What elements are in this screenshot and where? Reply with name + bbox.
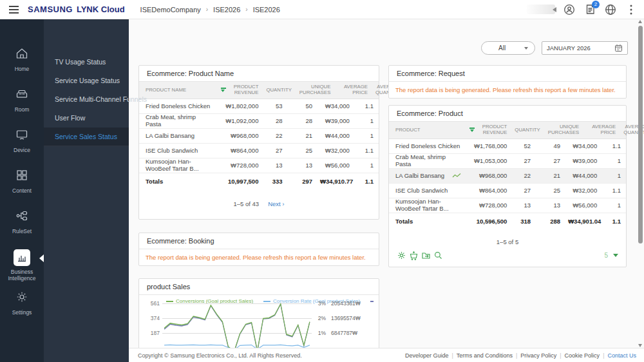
table-cell: LA Galbi Bansang [139,133,218,140]
right-axis-label: 3%20543361₩ [314,300,374,307]
breadcrumb-item[interactable]: ISEDemoCompany [140,6,201,14]
submenu-item-service-multi-channel-funnels[interactable]: Service Multi-Channel Funnels [44,90,129,109]
table-row[interactable]: LA Galbi Bansang₩968,0002221₩44,0001 [389,169,626,184]
totals-row: Totals10,997,500333297₩34,910.771.1 [139,173,379,190]
footer-link[interactable]: Privacy Policy [520,352,556,359]
table-cell: ₩34,901.04 [565,218,606,225]
page-size-select[interactable]: 5 [604,252,618,259]
column-header[interactable]: AVERAGE PRICE [336,84,373,96]
footer-link[interactable]: Contact Us [607,352,636,359]
column-header[interactable]: AVERAGE PRICE [584,124,621,136]
table-cell: 22 [263,133,287,140]
sidebar-item-ruleset[interactable]: RuleSet [0,209,44,249]
cart-add-icon[interactable] [409,251,419,260]
footer-links: Developer Guide|Terms and Conditions|Pri… [405,352,636,359]
column-header[interactable]: PRODUCT NAME [139,88,218,93]
samsung-lynk-cloud-logo[interactable]: SAMSUNG LYNK Cloud [28,5,125,14]
table-cell: ₩1,802,000 [218,103,264,110]
table-cell: 50 [288,103,318,110]
table-cell: 13 [263,162,287,169]
top-header: SAMSUNG LYNK Cloud ISEDemoCompany › ISE2… [0,0,644,19]
submenu-item-user-flow[interactable]: User Flow [44,109,129,128]
table-cell: 1.1 [606,218,626,225]
card-title: product Sales [139,279,379,295]
footer-link[interactable]: Terms and Conditions [457,352,513,359]
column-header[interactable]: QUANTITY [263,88,296,93]
sidebar-item-room[interactable]: Room [0,87,44,128]
sidebar-item-settings[interactable]: Settings [0,290,44,330]
footer-link[interactable]: Cookie Policy [565,352,600,359]
kebab-menu-icon[interactable] [625,3,638,16]
table-row[interactable]: Kumsoojan Han-WooBeef Tartar B...₩728,00… [389,198,626,213]
table-cell: 22 [512,173,536,180]
column-header[interactable]: PRODUCT REVENUE [218,84,264,96]
table-cell: ₩728,000 [218,162,264,169]
card-title: Ecommerce: Booking [139,233,379,249]
next-page-link[interactable]: Next › [268,200,284,207]
globe-language-icon[interactable] [604,3,617,16]
table-header-row: PRODUCT NAMEPRODUCT REVENUEQUANTITYUNIQU… [139,82,379,99]
column-header[interactable]: PRODUCT [389,128,467,133]
user-account-icon[interactable] [563,3,576,16]
table-cell: ₩44,000 [317,133,355,140]
breadcrumb-item[interactable]: ISE2026 [253,6,280,14]
table-cell: ₩1,768,000 [467,143,512,150]
sparkline-icon[interactable] [451,173,462,179]
scroll-up-icon[interactable] [638,20,642,23]
table-cell: ₩34,910.77 [317,178,358,186]
pagination-label: 1–5 of 43 [234,200,260,207]
sidebar-item-label: Content [2,187,42,194]
column-header[interactable]: UNIQUE PURCHASES [545,124,585,136]
submenu-item-tv-usage-status[interactable]: TV Usage Status [44,53,129,71]
export-icon[interactable] [421,251,431,260]
report-notifications-icon[interactable]: 2 [583,3,596,16]
table-cell: 21 [536,173,565,180]
breadcrumb-item[interactable]: ISE2026 [213,6,240,14]
table-row[interactable]: Kumsoojan Han-WooBeef Tartar B...₩728,00… [139,158,379,173]
submenu-item-service-sales-status[interactable]: Service Sales Status [44,128,129,146]
scroll-down-icon[interactable] [638,344,642,347]
column-header[interactable]: PRODUCT REVENUE [467,124,512,136]
table-cell: ₩32,000 [317,148,355,155]
hamburger-menu-icon[interactable] [9,6,19,14]
submenu-item-service-usage-status[interactable]: Service Usage Status [44,71,129,90]
sidebar-item-label: Device [2,147,42,153]
sidebar-item-label: Room [2,106,42,113]
right-axis-label: 2%13695574₩ [314,315,374,321]
column-header[interactable]: UNIQUE PURCHASES [297,84,336,96]
footer-link[interactable]: Developer Guide [405,352,449,359]
sidebar-item-home[interactable]: Home [0,46,44,87]
sidebar-item-device[interactable]: Device [0,128,44,168]
table-cell: Kumsoojan Han-WooBeef Tartar B... [389,198,467,213]
divider: | [603,352,604,359]
table-cell: 1.1 [355,148,379,155]
bar-chart-icon [14,249,30,266]
settings-icon[interactable] [397,251,406,260]
table-row[interactable]: LA Galbi Bansang₩968,0002221₩44,0001 [139,129,379,144]
scrollbar-thumb[interactable] [638,26,643,243]
home-icon [15,46,29,63]
date-picker[interactable]: JANUARY 2026 [542,41,628,55]
sidebar-item-label: RuleSet [2,228,42,234]
table-row[interactable]: Crab Meat, shrimp Pasta₩1,053,0002727₩39… [389,154,626,169]
scope-dropdown[interactable]: All [481,41,535,55]
table-cell: 52 [512,143,536,150]
filter-bar: All JANUARY 2026 [138,41,628,55]
table-row[interactable]: ISE Club Sandwich₩864,0002725₩32,0001.1 [139,144,379,158]
pagination: 1–5 of 43 Next › [139,190,379,219]
sidebar-item-business-intelligence[interactable]: Business Intelligence [0,249,44,290]
table-row[interactable]: Crab Meat, shrimp Pasta₩1,092,0002828₩39… [139,114,379,129]
chevron-down-icon [613,254,618,257]
table-cell: ₩864,000 [218,148,264,155]
sort-desc-icon [469,128,475,133]
table-row[interactable]: ISE Club Sandwich₩864,0002725₩32,0001.1 [389,184,626,198]
search-icon[interactable] [433,251,443,260]
sidebar-item-content[interactable]: Content [0,168,44,209]
column-header[interactable]: QUANTITY [512,128,545,133]
table-row[interactable]: Fried Boneless Chicken₩1,802,0005350₩34,… [139,99,379,114]
table-cell: 27 [536,158,565,165]
chevron-down-icon [524,47,528,50]
table-row[interactable]: Fried Boneless Chicken₩1,768,0005249₩34,… [389,139,626,154]
table-cell: ₩1,092,000 [218,118,264,125]
card-title: Ecommerce: Product Name [139,66,379,82]
